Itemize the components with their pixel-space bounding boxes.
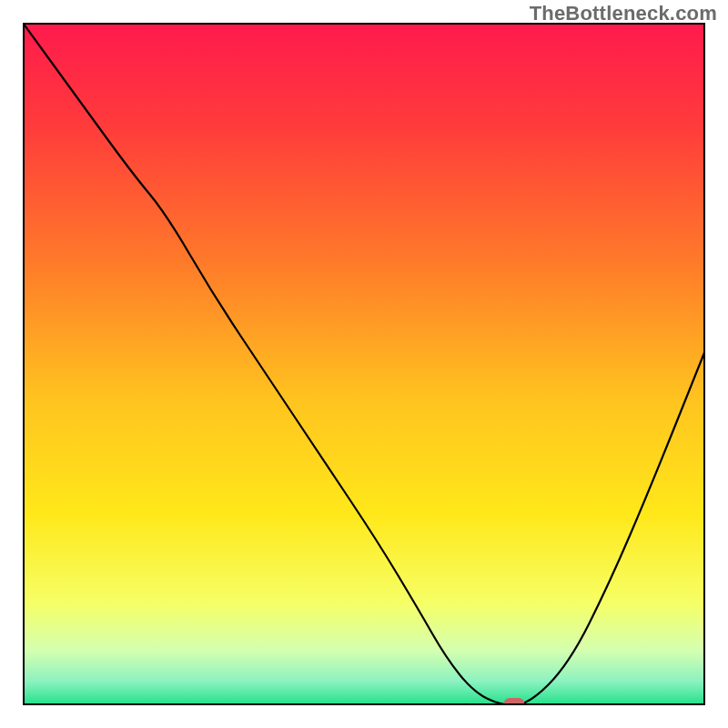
chart-plot bbox=[23, 23, 705, 705]
gradient-background bbox=[23, 23, 705, 705]
